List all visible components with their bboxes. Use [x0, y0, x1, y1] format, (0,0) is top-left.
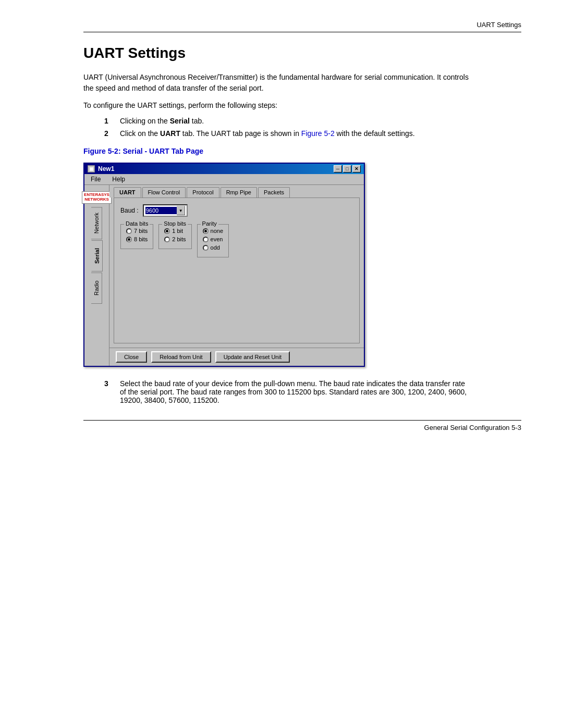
data-bits-group: Data bits 7 bits 8 bits [120, 224, 153, 249]
page-footer: General Serial Configuration 5-3 [424, 424, 521, 431]
parity-legend: Parity [201, 220, 218, 227]
step-3-block: 3 Select the baud rate of your device fr… [83, 379, 521, 404]
radio-7bits-btn[interactable] [126, 228, 132, 234]
radio-none-label: none [211, 228, 223, 234]
radio-2bits: 2 bits [164, 236, 186, 242]
step-2-text: Click on the UART tab. The UART tab page… [120, 129, 415, 138]
page-title: UART Settings [83, 45, 521, 61]
radio-8bits-btn[interactable] [126, 237, 132, 242]
baud-label: Baud : [120, 207, 139, 214]
steps-list: 1 Clicking on the Serial tab. 2 Click on… [104, 117, 521, 138]
step-1-num: 1 [104, 117, 114, 125]
parity-group: Parity none even odd [197, 224, 229, 257]
page-container: UART Settings UART Settings UART (Univer… [0, 0, 563, 728]
tab-packets[interactable]: Packets [258, 187, 290, 198]
header-text: UART Settings [476, 21, 521, 29]
win-titlebar: ▣ New1 ─ □ ✕ [84, 164, 364, 174]
radio-8bits-label: 8 bits [134, 236, 148, 242]
baud-input[interactable] [145, 207, 177, 214]
radio-7bits: 7 bits [126, 228, 148, 234]
win-tabs-strip: UART Flow Control Protocol Rmp Pipe Pack… [109, 185, 364, 198]
win-bottom-bar: Close Reload from Unit Update and Reset … [109, 348, 364, 366]
menu-file[interactable]: File [88, 175, 104, 183]
page-footer-line: General Serial Configuration 5-3 [83, 420, 521, 431]
radio-2bits-btn[interactable] [164, 237, 170, 242]
update-reset-button[interactable]: Update and Reset Unit [215, 351, 290, 363]
step-3: 3 Select the baud rate of your device fr… [104, 379, 469, 404]
steps-intro: To configure the UART settings, perform … [83, 101, 474, 109]
radio-even: even [203, 236, 223, 242]
radio-even-btn[interactable] [203, 237, 209, 242]
radio-even-label: even [211, 236, 223, 242]
radio-1bit: 1 bit [164, 228, 186, 234]
titlebar-buttons: ─ □ ✕ [334, 165, 361, 172]
win-body: ENTERASYSNETWORKS Network Serial Radio U… [84, 185, 364, 366]
logo-area: ENTERASYSNETWORKS [80, 189, 114, 207]
radio-odd-btn[interactable] [203, 245, 209, 251]
body-para1: UART (Universal Asynchronous Receiver/Tr… [83, 72, 474, 94]
restore-button[interactable]: □ [343, 165, 351, 172]
radio-7bits-label: 7 bits [134, 228, 148, 234]
left-tab-network[interactable]: Network [91, 207, 102, 239]
step-1-text: Clicking on the Serial tab. [120, 117, 204, 125]
step3-list: 3 Select the baud rate of your device fr… [104, 379, 521, 404]
dialog-title: New1 [98, 165, 114, 172]
figure-caption: Figure 5-2: Serial - UART Tab Page [83, 147, 521, 155]
step-2: 2 Click on the UART tab. The UART tab pa… [104, 129, 469, 138]
tab-flow-control[interactable]: Flow Control [142, 187, 186, 198]
step-2-num: 2 [104, 129, 114, 138]
baud-input-box: ▼ [143, 204, 188, 217]
close-button[interactable]: ✕ [352, 165, 361, 172]
minimize-button[interactable]: ─ [334, 165, 342, 172]
dialog-icon: ▣ [88, 165, 95, 172]
reload-button[interactable]: Reload from Unit [151, 351, 211, 363]
win-main-content: UART Flow Control Protocol Rmp Pipe Pack… [109, 185, 364, 366]
left-tab-radio[interactable]: Radio [91, 273, 102, 304]
tab-rmp-pipe[interactable]: Rmp Pipe [221, 187, 257, 198]
close-dialog-button[interactable]: Close [116, 351, 147, 363]
left-tab-serial[interactable]: Serial [91, 240, 103, 272]
enterasys-logo: ENTERASYSNETWORKS [82, 191, 112, 204]
radio-2bits-label: 2 bits [172, 236, 186, 242]
stop-bits-legend: Stop bits [162, 220, 188, 227]
win-left-tabs: ENTERASYSNETWORKS Network Serial Radio [84, 185, 109, 366]
step-3-num: 3 [104, 379, 114, 404]
radio-1bit-btn[interactable] [164, 228, 170, 234]
radio-8bits: 8 bits [126, 236, 148, 242]
baud-row: Baud : ▼ [120, 204, 353, 217]
radio-odd-label: odd [211, 244, 220, 251]
radio-1bit-label: 1 bit [172, 228, 183, 234]
radio-odd: odd [203, 244, 223, 251]
step-1: 1 Clicking on the Serial tab. [104, 117, 469, 125]
figure-link[interactable]: Figure 5-2 [301, 129, 335, 138]
radio-none-btn[interactable] [203, 228, 209, 234]
page-header: UART Settings [83, 21, 521, 32]
win-titlebar-left: ▣ New1 [88, 165, 114, 172]
win-tab-panel: Baud : ▼ Data bits 7 b [114, 198, 360, 343]
baud-dropdown-button[interactable]: ▼ [177, 206, 185, 215]
step-3-text: Select the baud rate of your device from… [120, 379, 469, 404]
win-dialog: ▣ New1 ─ □ ✕ File Help ENTERASYSNETWORKS… [83, 163, 365, 367]
radio-none: none [203, 228, 223, 234]
menu-help[interactable]: Help [109, 175, 128, 183]
stop-bits-group: Stop bits 1 bit 2 bits [158, 224, 191, 249]
tab-uart[interactable]: UART [114, 187, 141, 198]
data-bits-legend: Data bits [124, 220, 150, 227]
win-menubar: File Help [84, 174, 364, 185]
tab-protocol[interactable]: Protocol [187, 187, 219, 198]
groups-row: Data bits 7 bits 8 bits [120, 224, 353, 257]
